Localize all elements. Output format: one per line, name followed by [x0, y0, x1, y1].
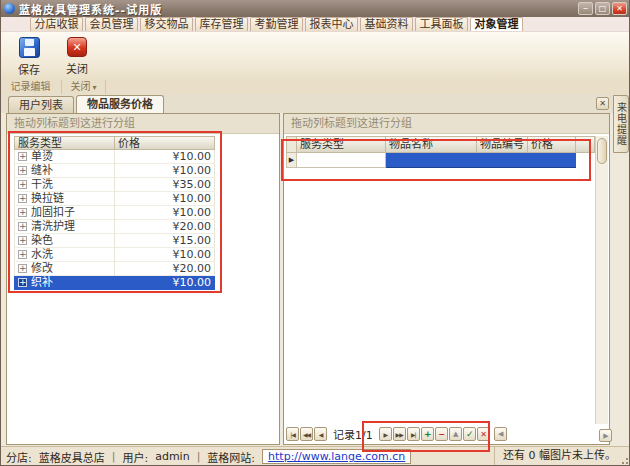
ribbon-tab-member-mgmt[interactable]: 会员管理: [85, 17, 138, 31]
table-row-selected[interactable]: +织补 ¥10.00: [14, 276, 215, 290]
nav-cancel-button[interactable]: ✕: [477, 427, 490, 441]
title-bar: 蓝格皮具管理系统--试用版 ‒ □ ✕: [0, 0, 630, 17]
nav-first-button[interactable]: |◀: [286, 427, 299, 441]
branch-name: 蓝格皮具总店: [39, 449, 105, 465]
row-indicator-icon: ▶: [286, 153, 297, 168]
close-window-button[interactable]: ✕: [612, 2, 627, 15]
save-button[interactable]: 保存: [8, 34, 50, 78]
expand-icon[interactable]: +: [18, 208, 27, 217]
table-row[interactable]: +清洗护理 ¥20.00: [14, 220, 215, 234]
table-row[interactable]: +水洗 ¥10.00: [14, 248, 215, 262]
left-groupby-zone[interactable]: 拖动列标题到这进行分组: [7, 114, 279, 134]
hscroll-left-button[interactable]: ◀: [494, 427, 507, 441]
save-button-label: 保存: [18, 61, 40, 77]
ribbon-tab-branch-cashier[interactable]: 分店收银: [30, 17, 83, 31]
expand-icon[interactable]: +: [18, 236, 27, 245]
expand-icon[interactable]: +: [18, 264, 27, 273]
column-header-price[interactable]: 价格: [528, 136, 576, 153]
document-tab-bar: 用户列表 物品服务价格: [0, 94, 630, 113]
ribbon-tab-tools[interactable]: 工具面板: [415, 17, 468, 31]
resize-grip[interactable]: [618, 454, 629, 465]
service-price-panel: 拖动列标题到这进行分组 服务类型 价格 +单烫 ¥10.00 +缝补 ¥10.0…: [6, 113, 280, 445]
upload-status-text: 还有 0 幅图片未上传。: [494, 447, 616, 465]
ribbon-toolbar: 保存 ✕ 关闭: [0, 32, 630, 81]
nav-prior-button[interactable]: ◀: [314, 427, 327, 441]
record-navigator: |◀ ◀◀ ◀ 记录1/1 ▶ ▶▶ ▶| + − ▲ ✓ ✕ ◀: [286, 426, 507, 442]
user-label: 用户:: [122, 449, 148, 465]
expand-icon[interactable]: +: [18, 278, 27, 287]
right-grid-header: 服务类型 物品名称 物品编号 价格: [286, 136, 595, 153]
ribbon-tab-bar: 分店收银 会员管理 移交物品 库存管理 考勤管理 报表中心 基础资料 工具面板 …: [0, 17, 630, 32]
table-row[interactable]: +单烫 ¥10.00: [14, 150, 215, 164]
close-tab-button[interactable]: ✕: [596, 97, 609, 110]
expand-icon[interactable]: +: [18, 194, 27, 203]
user-name: admin: [155, 450, 189, 463]
cell-item-name[interactable]: [386, 153, 477, 168]
close-icon: ✕: [67, 37, 87, 57]
right-groupby-zone[interactable]: 拖动列标题到这进行分组: [284, 114, 609, 134]
group-label-record-edit: 记录编辑: [0, 80, 62, 94]
group-label-close: 关闭▾: [62, 80, 106, 94]
expand-icon[interactable]: +: [18, 250, 27, 259]
ribbon-tab-attendance[interactable]: 考勤管理: [250, 17, 303, 31]
ribbon-tab-object-mgmt[interactable]: 对象管理: [470, 17, 523, 31]
close-button-label: 关闭: [66, 60, 88, 76]
column-header-blank: [576, 136, 595, 153]
new-record-row[interactable]: ▶: [286, 153, 576, 168]
nav-last-button[interactable]: ▶|: [407, 427, 420, 441]
table-row[interactable]: +干洗 ¥35.00: [14, 178, 215, 192]
chevron-down-icon[interactable]: ▾: [92, 83, 96, 92]
expand-icon[interactable]: +: [18, 152, 27, 161]
maximize-button[interactable]: □: [595, 2, 610, 15]
record-counter: 记录1/1: [333, 426, 373, 442]
ribbon-tab-reports[interactable]: 报表中心: [305, 17, 358, 31]
cell-price[interactable]: [528, 153, 576, 168]
branch-label: 分店:: [6, 449, 32, 465]
ribbon-tab-item-transfer[interactable]: 移交物品: [140, 17, 193, 31]
scrollbar-thumb[interactable]: [597, 138, 607, 164]
table-row[interactable]: +缝补 ¥10.00: [14, 164, 215, 178]
ribbon-tab-inventory[interactable]: 库存管理: [195, 17, 248, 31]
ribbon-tab-base-data[interactable]: 基础资料: [360, 17, 413, 31]
expand-icon[interactable]: +: [18, 180, 27, 189]
nav-insert-button[interactable]: +: [421, 427, 434, 441]
cell-item-no[interactable]: [477, 153, 528, 168]
item-price-panel: 拖动列标题到这进行分组 服务类型 物品名称 物品编号 价格 ▶ |◀ ◀◀ ◀ …: [283, 113, 610, 445]
tab-item-service-price[interactable]: 物品服务价格: [76, 95, 164, 113]
table-row[interactable]: +换拉链 ¥10.00: [14, 192, 215, 206]
website-link-box: http://www.lange.com.cn: [262, 449, 411, 464]
column-header-service-type[interactable]: 服务类型: [14, 136, 115, 150]
expand-icon[interactable]: +: [18, 166, 27, 175]
close-button[interactable]: ✕ 关闭: [56, 34, 98, 78]
hscroll-right-button[interactable]: ▶: [599, 429, 612, 442]
app-logo-icon: [4, 3, 15, 14]
column-header-service-type[interactable]: 服务类型: [297, 136, 386, 153]
nav-prior-page-button[interactable]: ◀◀: [300, 427, 313, 441]
nav-edit-button[interactable]: ▲: [449, 427, 462, 441]
vertical-scrollbar[interactable]: [595, 136, 608, 424]
expand-icon[interactable]: +: [18, 222, 27, 231]
cell-service-type-edit[interactable]: [297, 153, 386, 168]
column-header-item-no[interactable]: 物品编号: [477, 136, 528, 153]
column-header-price[interactable]: 价格: [115, 136, 215, 150]
service-type-grid: 服务类型 价格 +单烫 ¥10.00 +缝补 ¥10.00 +干洗 ¥35.00…: [14, 136, 215, 290]
side-tab-caller-id[interactable]: 来电提醒: [613, 95, 629, 153]
row-indicator-header: [286, 136, 297, 153]
nav-next-page-button[interactable]: ▶▶: [393, 427, 406, 441]
table-row[interactable]: +染色 ¥15.00: [14, 234, 215, 248]
nav-next-button[interactable]: ▶: [379, 427, 392, 441]
ribbon-group-labels: 记录编辑 关闭▾: [0, 80, 630, 95]
website-link[interactable]: http://www.lange.com.cn: [268, 450, 405, 463]
save-icon: [19, 37, 40, 58]
column-header-item-name[interactable]: 物品名称: [386, 136, 477, 153]
nav-post-button[interactable]: ✓: [463, 427, 476, 441]
nav-delete-button[interactable]: −: [435, 427, 448, 441]
left-grid-header: 服务类型 价格: [14, 136, 215, 150]
tab-user-list[interactable]: 用户列表: [8, 96, 74, 113]
table-row[interactable]: +修改 ¥20.00: [14, 262, 215, 276]
minimize-button[interactable]: ‒: [578, 2, 593, 15]
window-controls: ‒ □ ✕: [578, 2, 627, 15]
table-row[interactable]: +加固扣子 ¥10.00: [14, 206, 215, 220]
site-label: 蓝格网站:: [207, 449, 255, 465]
window-title: 蓝格皮具管理系统--试用版: [19, 1, 578, 17]
